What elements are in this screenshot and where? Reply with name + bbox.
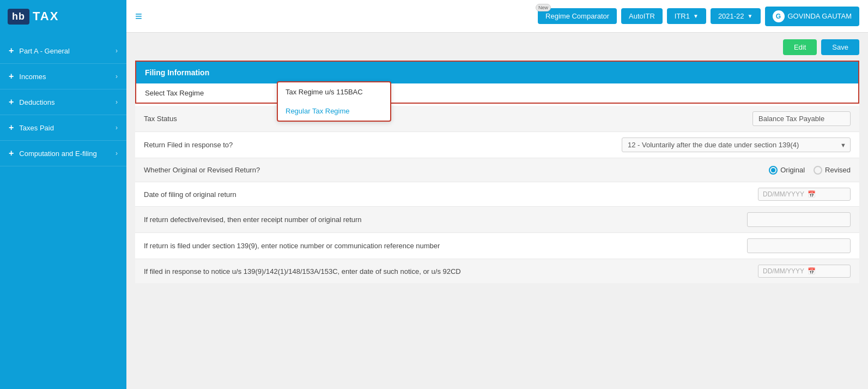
logo-area: hb TAX <box>0 0 126 33</box>
filing-form-section: Tax Status Balance Tax Payable Return Fi… <box>135 106 859 283</box>
plus-icon: + <box>9 71 14 81</box>
receipt-number-input[interactable] <box>747 212 851 227</box>
content-area: Edit Save Filing Information Tax Regime … <box>126 33 868 389</box>
notice-date-label: If filed in response to notice u/s 139(9… <box>144 267 758 276</box>
select-regime-row: Select Tax Regime <box>135 83 859 104</box>
hamburger-menu[interactable]: ≡ <box>135 9 142 23</box>
receipt-number-row: If return defective/revised, then enter … <box>135 207 859 233</box>
receipt-number-label: If return defective/revised, then enter … <box>144 216 747 224</box>
sidebar-item-label: Part A - General <box>19 47 70 55</box>
sidebar: hb TAX + Part A - General › + Incomes › … <box>0 0 126 389</box>
filing-header: Filing Information <box>135 61 859 83</box>
original-radio[interactable]: Original <box>769 166 805 175</box>
user-menu-button[interactable]: G GOVINDA GAUTAM <box>765 7 860 26</box>
date-original-label: Date of filing of original return <box>144 190 758 199</box>
calendar-icon: 📅 <box>808 267 816 275</box>
notice-number-label: If return is filed under section 139(9),… <box>144 242 747 250</box>
chevron-right-icon: › <box>116 124 118 131</box>
date-original-row: Date of filing of original return DD/MM/… <box>135 182 859 207</box>
original-radio-circle[interactable] <box>769 166 778 175</box>
regime-comparator-button[interactable]: New Regime Comparator <box>538 8 617 24</box>
tax-regime-dropdown-popup: Tax Regime u/s 115BAC Regular Tax Regime <box>277 81 391 122</box>
plus-icon: + <box>9 123 14 133</box>
original-revised-row: Whether Original or Revised Return? Orig… <box>135 158 859 182</box>
main-area: ≡ New Regime Comparator AutoITR ITR1 ▼ 2… <box>126 0 868 389</box>
autoir-button[interactable]: AutoITR <box>621 8 663 24</box>
original-revised-radio-group: Original Revised <box>769 166 851 175</box>
notice-date-input[interactable]: DD/MM/YYYY 📅 <box>758 265 851 278</box>
tax-status-row: Tax Status Balance Tax Payable <box>135 106 859 132</box>
sidebar-item-computation-efiling[interactable]: + Computation and E-filing › <box>0 141 126 166</box>
return-filed-row: Return Filed in response to? 12 - Volunt… <box>135 132 859 158</box>
chevron-right-icon: › <box>116 47 118 55</box>
action-bar: Edit Save <box>135 39 859 55</box>
revised-radio-circle[interactable] <box>814 166 822 175</box>
chevron-right-icon: › <box>116 149 118 157</box>
date-placeholder: DD/MM/YYYY <box>763 190 804 198</box>
chevron-right-icon: › <box>116 73 118 80</box>
sidebar-item-incomes[interactable]: + Incomes › <box>0 64 126 89</box>
tax-regime-option-115bac[interactable]: Tax Regime u/s 115BAC <box>278 82 390 101</box>
notice-date-placeholder: DD/MM/YYYY <box>763 267 804 275</box>
return-filed-select[interactable]: 12 - Voluntarily after the due date unde… <box>622 137 851 152</box>
sidebar-item-label: Incomes <box>19 73 46 81</box>
new-badge: New <box>536 4 551 11</box>
date-original-input[interactable]: DD/MM/YYYY 📅 <box>758 188 851 201</box>
year-dropdown-button[interactable]: 2021-22 ▼ <box>711 8 761 24</box>
chevron-down-icon: ▼ <box>693 13 699 19</box>
plus-icon: + <box>9 46 14 56</box>
sidebar-navigation: + Part A - General › + Incomes › + Deduc… <box>0 38 126 166</box>
logo-hb: hb <box>8 9 29 25</box>
original-revised-label: Whether Original or Revised Return? <box>144 166 769 174</box>
revised-radio-label: Revised <box>825 166 851 174</box>
edit-button[interactable]: Edit <box>783 39 817 55</box>
notice-number-row: If return is filed under section 139(9),… <box>135 233 859 259</box>
user-avatar: G <box>773 10 785 22</box>
calendar-icon: 📅 <box>808 190 816 198</box>
tax-status-label: Tax Status <box>144 115 752 123</box>
chevron-down-icon: ▼ <box>748 13 753 19</box>
sidebar-item-label: Taxes Paid <box>19 124 54 132</box>
plus-icon: + <box>9 97 14 107</box>
sidebar-item-label: Computation and E-filing <box>19 149 96 158</box>
revised-radio[interactable]: Revised <box>814 166 851 175</box>
sidebar-item-deductions[interactable]: + Deductions › <box>0 89 126 115</box>
tax-status-value: Balance Tax Payable <box>752 111 851 126</box>
tax-regime-option-regular[interactable]: Regular Tax Regime <box>278 101 390 121</box>
filing-information-card: Filing Information Tax Regime u/s 115BAC… <box>135 61 859 283</box>
sidebar-item-part-a-general[interactable]: + Part A - General › <box>0 38 126 64</box>
chevron-right-icon: › <box>116 98 118 106</box>
top-navigation: ≡ New Regime Comparator AutoITR ITR1 ▼ 2… <box>126 0 868 33</box>
select-regime-label: Select Tax Regime <box>145 89 204 97</box>
sidebar-item-taxes-paid[interactable]: + Taxes Paid › <box>0 115 126 141</box>
logo-tax: TAX <box>33 9 59 23</box>
return-filed-label: Return Filed in response to? <box>144 141 622 149</box>
sidebar-item-label: Deductions <box>19 98 54 106</box>
notice-number-input[interactable] <box>747 238 851 253</box>
save-button[interactable]: Save <box>821 39 859 55</box>
original-radio-label: Original <box>780 166 805 174</box>
plus-icon: + <box>9 148 14 158</box>
itr1-dropdown-button[interactable]: ITR1 ▼ <box>667 8 706 24</box>
notice-date-row: If filed in response to notice u/s 139(9… <box>135 259 859 283</box>
